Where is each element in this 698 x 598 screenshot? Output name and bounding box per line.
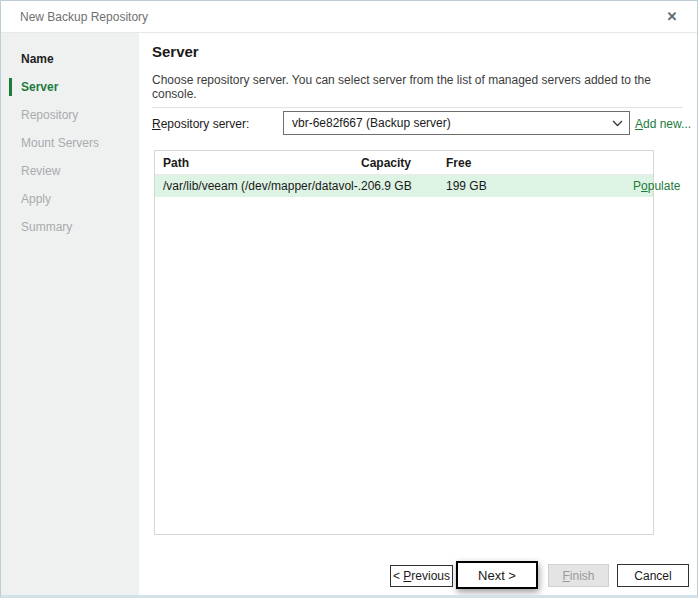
next-button[interactable]: Next > [456,561,538,589]
populate-link[interactable]: Populate [633,179,680,193]
repository-server-label: Repository server: [152,117,249,131]
step-label: Review [21,164,60,178]
column-header-free: Free [446,156,653,170]
finish-button[interactable]: Finish [548,564,609,587]
add-new-link[interactable]: Add new... [635,117,691,131]
active-step-indicator [9,78,12,96]
step-label: Mount Servers [21,136,99,150]
cell-capacity: 206.9 GB [361,179,446,193]
sidebar-item-review: Review [1,157,139,185]
separator-line [152,107,683,108]
repository-server-select[interactable]: vbr-6e82f667 (Backup server) [283,111,630,135]
cell-free: 199 GB [446,179,653,193]
close-icon: ✕ [667,9,678,24]
step-label: Apply [21,192,51,206]
page-title: Server [152,43,199,60]
sidebar-item-repository: Repository [1,101,139,129]
step-label: Summary [21,220,72,234]
previous-button[interactable]: < Previous [390,565,453,587]
table-header-row: Path Capacity Free [155,151,653,175]
sidebar-item-server: Server [1,73,139,101]
new-backup-repository-window: New Backup Repository ✕ Name Server Repo… [0,0,698,598]
window-title: New Backup Repository [20,10,148,24]
column-header-path: Path [155,156,361,170]
table-row[interactable]: /var/lib/veeam (/dev/mapper/datavol-... … [155,175,653,197]
step-label: Name [21,52,54,66]
close-button[interactable]: ✕ [659,5,685,29]
content-panel: Server Choose repository server. You can… [139,33,697,595]
titlebar: New Backup Repository ✕ [1,1,697,33]
path-table: Path Capacity Free /var/lib/veeam (/dev/… [154,150,654,535]
column-header-capacity: Capacity [361,156,446,170]
step-label: Repository [21,108,78,122]
wizard-steps-sidebar: Name Server Repository Mount Servers Rev… [1,33,139,595]
sidebar-item-mount-servers: Mount Servers [1,129,139,157]
repository-server-value: vbr-6e82f667 (Backup server) [292,116,612,130]
sidebar-item-summary: Summary [1,213,139,241]
step-label: Server [21,80,58,94]
chevron-down-icon [612,120,623,127]
sidebar-item-apply: Apply [1,185,139,213]
cancel-button[interactable]: Cancel [617,564,689,587]
sidebar-item-name: Name [1,45,139,73]
page-description: Choose repository server. You can select… [152,73,697,101]
main-area: Name Server Repository Mount Servers Rev… [1,33,697,595]
cell-path: /var/lib/veeam (/dev/mapper/datavol-... [155,179,361,193]
